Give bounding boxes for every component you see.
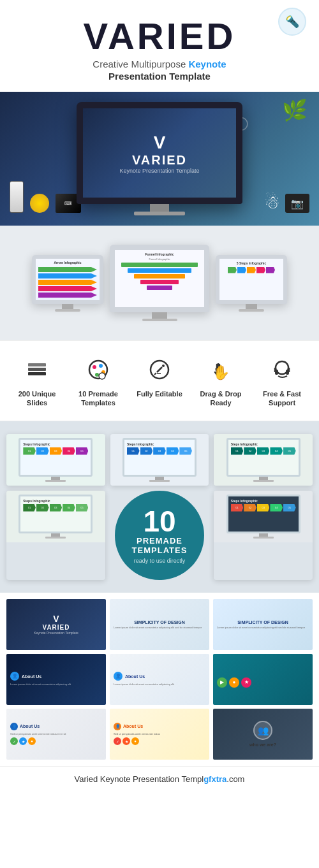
svg-point-5 [99,364,103,368]
tpl-monitor-2: Steps Infographic 01 02 03 04 05 [110,434,209,486]
drag-icon: ✋ [205,354,237,386]
templates-bottom-row: Steps Infographic 01 02 03 04 05 [6,491,313,580]
feature-label-templates: 10 Premade Templates [70,389,127,408]
tpl-title-3: Steps Infographic [231,442,296,446]
slide-body-1: Lorem ipsum dolor sit amet consectetur a… [114,626,205,629]
monitor-stand-center [152,312,167,319]
tpl-stand-4 [51,533,60,537]
arrow-pink [38,286,97,291]
tpl-step-4e: 05 [76,504,89,512]
template-thumb-5: Steps Infographic 01 02 03 04 05 [214,491,313,580]
feature-label-editable: Fully Editable [137,389,182,398]
tpl-step-1b: 02 [36,447,49,455]
premade-text: PREMADETEMPLATES [132,536,188,556]
tpl-stand-1 [51,477,60,480]
monitor-frame-right: 5 Steps Infographic [216,255,287,304]
vase-decor [10,181,24,213]
tpl-title-4: Steps Infographic [23,499,88,503]
hero-screen: V VARIED Keynote Presentation Template [83,108,236,198]
monitor-base-center [142,319,177,321]
svg-point-8 [99,373,105,379]
tpl-monitor-5: Steps Infographic 01 02 03 04 05 [214,491,313,542]
funnel-bar-2 [128,268,191,273]
who-icon: 👥 [253,721,272,740]
main-title: VARIED [13,18,306,55]
footer-text: Varied Keynote Presentation Templgfxtra.… [6,774,313,784]
funnel-title: Funnel Infographic [145,252,174,256]
arrows-title: Arrow Infographic [54,261,81,264]
slide-about-4: About Us [22,674,41,679]
monitor-center: Funnel Infographic Funnel Infographic [110,245,209,321]
slide-content-3: SIMPLICITY OF DESIGN Lorem ipsum dolor s… [213,599,313,650]
tpl-base-3 [253,480,274,482]
slide-content-8: 👤 About Us Sed ut perspiciatis unde omni… [110,709,209,760]
template-thumb-2: Steps Infographic 01 02 03 04 05 [110,434,209,486]
slide-thumb-about-yellow: 👤 About Us Sed ut perspiciatis unde omni… [110,709,209,760]
tpl-step-3d: 04 [270,447,283,455]
icon-8a: ✓ [114,737,121,745]
header-section: 🔦 VARIED Creative Multipurpose Keynote P… [0,0,319,92]
slide-content-2: SIMPLICITY OF DESIGN Lorem ipsum dolor s… [110,599,209,650]
tpl-screen-1: Steps Infographic 01 02 03 04 05 [20,440,91,475]
steps-arrows-right [228,267,275,273]
about-header-5: 👤 About Us [114,672,205,681]
arrow-row-2 [38,273,97,278]
premade-sub: ready to use directly [134,558,186,564]
tpl-monitor-1: Steps Infographic 01 02 03 04 05 [6,434,105,486]
template-thumb-3: Steps Infographic 01 02 03 04 05 [214,434,313,486]
tpl-step-2a: 01 [127,447,140,455]
templates-section: Steps Infographic 01 02 03 04 05 [0,421,319,593]
features-section: 200 Unique Slides 10 Premade Templates [0,340,319,421]
tpl-base-2 [149,480,170,482]
tpl-base-1 [45,480,66,482]
tpl-stand-2 [155,477,164,480]
tpl-arrows-3: 01 02 03 04 05 [231,447,296,455]
slide-content-9: 👥 who we are? [213,709,313,760]
monitor-frame-center: Funnel Infographic Funnel Infographic [110,245,209,312]
hero-brand: VARIED [132,153,187,168]
funnel-subtitle: Funnel Infographic [149,257,170,261]
about-header-4: 👤 About Us [10,672,102,681]
feature-unique-slides: 200 Unique Slides [8,354,66,408]
subtitle-line2: Presentation Template [13,71,306,82]
teal-icon-3: ★ [241,677,251,688]
tpl-step-5a: 01 [231,504,244,512]
svg-rect-1 [28,368,46,371]
hero-right-decor: ☃ 📷 [264,192,309,213]
tpl-arrows-2: 01 02 03 04 05 [127,447,192,455]
funnel-bar-5 [147,286,172,290]
slide-thumb-about-dark: 👤 About Us Lorem ipsum dolor sit amet co… [6,654,106,705]
tpl-arrows-4: 01 02 03 04 05 [23,504,88,512]
about-body-5: Lorem ipsum dolor sit amet consectetur a… [114,683,205,686]
footer-suffix: .com [226,774,244,784]
tpl-step-2d: 04 [167,447,179,455]
hero-desktop-monitor: V VARIED Keynote Presentation Template [77,102,242,204]
footer-brand: gfxtra [204,774,226,784]
arrow-row-4 [38,286,97,291]
arrow-blue [38,273,97,278]
about-body-7: Sed ut perspiciatis unde omnis iste natu… [10,732,102,736]
tpl-step-4d: 04 [63,504,75,512]
hero-left-decor: ⌨ [10,181,81,213]
monitor-frame-left: Arrow Infographic [32,255,103,304]
tpl-frame-2: Steps Infographic 01 02 03 04 05 [122,438,197,477]
icon-7c: ● [28,737,36,745]
slide-about-8: About Us [123,724,143,728]
tpl-screen-5: Steps Infographic 01 02 03 04 05 [228,496,299,532]
svg-point-12 [162,365,165,367]
monitor-right: 5 Steps Infographic [216,255,287,312]
slide-thumb-teal: ▶ ● ★ [213,654,313,705]
arrow-orange [38,280,97,285]
step-arrow-3 [247,267,256,273]
tpl-frame-5: Steps Infographic 01 02 03 04 05 [226,495,300,533]
template-thumb-1: Steps Infographic 01 02 03 04 05 [6,434,105,486]
slide-varied-tag: Keynote Presentation Template [10,631,102,635]
feature-label-support: Free & Fast Support [253,389,311,408]
tpl-base-5 [253,537,274,539]
about-header-8: 👤 About Us [114,723,205,730]
layers-icon [21,354,53,386]
slide-about-5: About Us [125,674,145,679]
tpl-monitor-4: Steps Infographic 01 02 03 04 05 [6,491,105,542]
teal-icon-2: ● [229,677,239,688]
monitor-stand-right [246,304,257,309]
